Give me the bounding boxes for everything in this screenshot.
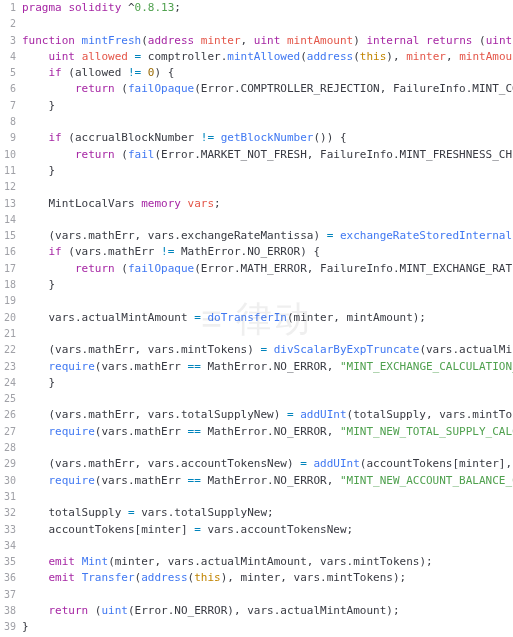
token-type: address xyxy=(148,34,194,47)
token-pun xyxy=(214,131,221,144)
token-pun: (Error.COMPTROLLER_REJECTION, FailureInf… xyxy=(194,82,513,95)
line-number: 3 xyxy=(0,33,16,49)
token-fn: mintFresh xyxy=(82,34,142,47)
line-number: 21 xyxy=(0,326,16,342)
token-pun: (accrualBlockNumber xyxy=(62,131,201,144)
line-number: 24 xyxy=(0,375,16,391)
code-line: } xyxy=(22,277,513,293)
token-id: minter xyxy=(406,50,446,63)
token-kw: memory xyxy=(141,197,181,210)
token-fn: failOpaque xyxy=(128,262,194,275)
token-type: uint xyxy=(486,34,513,47)
token-kw: emit xyxy=(49,555,76,568)
token-pun: } xyxy=(22,376,55,389)
token-pun xyxy=(141,66,148,79)
token-id: mintAmount xyxy=(459,50,513,63)
token-op: = xyxy=(300,457,307,470)
token-pun xyxy=(22,571,49,584)
line-number: 10 xyxy=(0,147,16,163)
code-line xyxy=(22,489,513,505)
token-pun: (minter, vars.actualMintAmount, vars.min… xyxy=(108,555,433,568)
token-pun xyxy=(22,474,49,487)
token-fn: failOpaque xyxy=(128,82,194,95)
code-editor: 1234567891011121314151617181920212223242… xyxy=(0,0,513,637)
line-number: 7 xyxy=(0,98,16,114)
token-kw: return xyxy=(49,604,89,617)
code-line: if (vars.mathErr != MathError.NO_ERROR) … xyxy=(22,244,513,260)
token-pun: MathError.NO_ERROR) { xyxy=(174,245,320,258)
token-pun: (vars.mathErr xyxy=(95,425,188,438)
token-pun: vars.totalSupplyNew; xyxy=(135,506,274,519)
token-pun: ( xyxy=(88,604,101,617)
token-pun: (vars.mathErr, vars.accountTokensNew) xyxy=(22,457,300,470)
token-fn: address xyxy=(307,50,353,63)
line-number: 14 xyxy=(0,212,16,228)
token-op: = xyxy=(128,506,135,519)
code-line: function mintFresh(address minter, uint … xyxy=(22,33,513,49)
code-line: totalSupply = vars.totalSupplyNew; xyxy=(22,505,513,521)
token-pun: } xyxy=(22,164,55,177)
token-pun xyxy=(22,82,75,95)
code-line xyxy=(22,212,513,228)
code-line: (vars.mathErr, vars.accountTokensNew) = … xyxy=(22,456,513,472)
line-number: 29 xyxy=(0,456,16,472)
token-op: != xyxy=(161,245,174,258)
token-id: allowed xyxy=(82,50,128,63)
line-number: 34 xyxy=(0,538,16,554)
line-number: 37 xyxy=(0,587,16,603)
token-op: == xyxy=(188,360,201,373)
line-number: 20 xyxy=(0,310,16,326)
token-pun: MathError.NO_ERROR, xyxy=(201,360,340,373)
token-pun: ), xyxy=(386,50,406,63)
token-id: vars xyxy=(188,197,215,210)
token-fn: addUInt xyxy=(300,408,346,421)
code-line: require(vars.mathErr == MathError.NO_ERR… xyxy=(22,424,513,440)
code-line: (vars.mathErr, vars.mintTokens) = divSca… xyxy=(22,342,513,358)
line-number: 26 xyxy=(0,407,16,423)
token-pun: MathError.NO_ERROR, xyxy=(201,425,340,438)
code-line: if (accrualBlockNumber != getBlockNumber… xyxy=(22,130,513,146)
token-kw: solidity xyxy=(68,1,121,14)
code-line: return (fail(Error.MARKET_NOT_FRESH, Fai… xyxy=(22,147,513,163)
line-number: 2 xyxy=(0,16,16,32)
token-pun: vars.actualMintAmount xyxy=(22,311,194,324)
line-number-gutter: 1234567891011121314151617181920212223242… xyxy=(0,0,22,637)
token-fn: require xyxy=(49,360,95,373)
token-id: minter xyxy=(201,34,241,47)
code-line xyxy=(22,293,513,309)
line-number: 11 xyxy=(0,163,16,179)
token-pun xyxy=(22,50,49,63)
line-number: 12 xyxy=(0,179,16,195)
token-pun xyxy=(128,50,135,63)
token-pun: (vars.mathErr xyxy=(95,360,188,373)
token-op: == xyxy=(188,425,201,438)
code-area: pragma solidity ^0.8.13; function mintFr… xyxy=(22,0,513,637)
token-pun xyxy=(22,131,49,144)
token-pun: , xyxy=(446,50,459,63)
token-fn: uint xyxy=(102,604,129,617)
token-pun: (minter, mintAmount); xyxy=(287,311,426,324)
code-line: } xyxy=(22,619,513,635)
token-pun: ( xyxy=(353,50,360,63)
token-id: mintAmount xyxy=(287,34,353,47)
line-number: 13 xyxy=(0,196,16,212)
token-pun: MathError.NO_ERROR, xyxy=(201,474,340,487)
line-number: 27 xyxy=(0,424,16,440)
token-type: uint xyxy=(49,50,76,63)
token-fn: fail xyxy=(128,148,155,161)
token-op: != xyxy=(128,66,141,79)
code-line: emit Transfer(address(this), minter, var… xyxy=(22,570,513,586)
line-number: 36 xyxy=(0,570,16,586)
token-kw: if xyxy=(49,245,62,258)
token-pun xyxy=(181,197,188,210)
token-pun: ( xyxy=(300,50,307,63)
token-pun: (Error.MATH_ERROR, FailureInfo.MINT_EXCH… xyxy=(194,262,513,275)
code-line: vars.actualMintAmount = doTransferIn(min… xyxy=(22,310,513,326)
token-kw: return xyxy=(75,148,115,161)
token-pun: ), minter, vars.mintTokens); xyxy=(221,571,406,584)
token-fn: require xyxy=(49,425,95,438)
token-pun: vars.accountTokensNew; xyxy=(201,523,353,536)
line-number: 6 xyxy=(0,81,16,97)
line-number: 9 xyxy=(0,130,16,146)
token-pun xyxy=(194,34,201,47)
